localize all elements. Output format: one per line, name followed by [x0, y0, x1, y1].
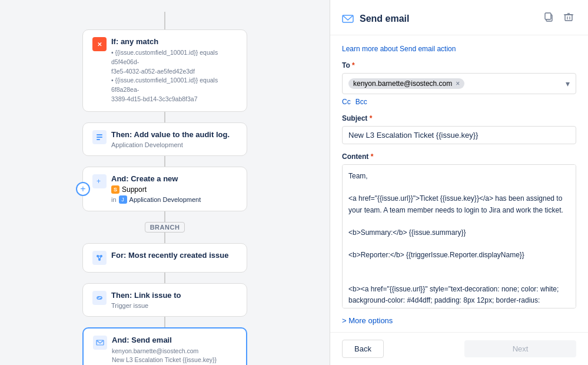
- to-dropdown-icon[interactable]: ▾: [566, 79, 570, 88]
- svg-rect-3: [97, 134, 102, 135]
- create-icon: +: [92, 174, 107, 188]
- audit-node-subtitle: Application Development: [111, 141, 237, 148]
- app-label: Application Development: [129, 196, 201, 203]
- more-options-label: > More options: [342, 316, 393, 325]
- link-icon: [92, 291, 107, 305]
- to-tag: kenyon.barnette@isostech.com ×: [348, 78, 464, 89]
- connector-6: [164, 317, 165, 327]
- delete-button[interactable]: [561, 9, 576, 28]
- in-label: in: [111, 196, 117, 203]
- content-label: Content *: [342, 152, 576, 161]
- if-icon: ✕: [92, 37, 107, 51]
- app-badge: J: [119, 195, 127, 204]
- email-node-title: And: Send email: [112, 336, 237, 344]
- cc-link[interactable]: Cc: [342, 98, 351, 106]
- content-textarea[interactable]: Team, <a href="{{issue.url}}">Ticket {{i…: [342, 164, 576, 308]
- for-node-wrapper: For: Most recently created issue: [24, 243, 306, 283]
- if-node-detail1: • {{issue.customfield_10001.id}} equals …: [111, 48, 237, 76]
- support-badge: S: [111, 185, 119, 194]
- more-options[interactable]: > More options: [342, 310, 576, 327]
- if-node-wrapper: ✕ If: any match • {{issue.customfield_10…: [24, 29, 306, 122]
- back-button[interactable]: Back: [342, 340, 384, 358]
- connector-3: [164, 211, 165, 222]
- connector-4: [164, 233, 165, 243]
- connector-5: [164, 273, 165, 283]
- learn-link[interactable]: Learn more about Send email action: [342, 45, 576, 53]
- subject-label: Subject *: [342, 114, 576, 122]
- to-field[interactable]: kenyon.barnette@isostech.com × ▾: [342, 73, 576, 94]
- to-email-value: kenyon.barnette@isostech.com: [353, 79, 452, 88]
- panel-header: Send email: [330, 0, 588, 35]
- panel-title: Send email: [342, 13, 409, 25]
- bcc-link[interactable]: Bcc: [356, 98, 367, 106]
- for-node[interactable]: For: Most recently created issue: [82, 243, 247, 273]
- panel-footer: Back Next: [330, 332, 588, 365]
- connector-top: [164, 12, 165, 29]
- audit-node-title: Then: Add value to the audit log.: [111, 130, 237, 139]
- branch-label: BRANCH: [145, 222, 185, 233]
- for-icon: [92, 251, 107, 265]
- svg-rect-5: [97, 139, 100, 140]
- to-field-tags: kenyon.barnette@isostech.com ×: [348, 78, 464, 89]
- svg-rect-20: [545, 13, 551, 19]
- email-node-subject: New L3 Escalation Ticket {{issue.key}}: [112, 356, 237, 365]
- copy-button[interactable]: [541, 9, 556, 28]
- panel-body: Learn more about Send email action To * …: [330, 35, 588, 332]
- email-node-wrapper: And: Send email kenyon.barnette@isostech…: [24, 327, 306, 366]
- if-node-title: If: any match: [111, 37, 237, 46]
- panel-title-text: Send email: [360, 14, 409, 24]
- svg-rect-15: [95, 293, 104, 303]
- email-node-icon: [93, 336, 107, 350]
- svg-text:✕: ✕: [97, 41, 102, 48]
- panel-actions: [541, 9, 576, 28]
- connector-2: [164, 156, 165, 167]
- email-node[interactable]: And: Send email kenyon.barnette@isostech…: [82, 327, 247, 366]
- audit-node[interactable]: Then: Add value to the audit log. Applic…: [82, 122, 247, 156]
- email-node-email: kenyon.barnette@isostech.com: [112, 347, 237, 356]
- for-node-title: For: Most recently created issue: [111, 251, 237, 260]
- link-node-title: Then: Link issue to: [111, 291, 237, 300]
- right-panel: Send email Learn more about Send email a…: [330, 0, 588, 365]
- audit-node-wrapper: Then: Add value to the audit log. Applic…: [24, 122, 306, 167]
- add-btn[interactable]: +: [76, 182, 90, 196]
- if-node[interactable]: ✕ If: any match • {{issue.customfield_10…: [82, 29, 247, 112]
- svg-rect-21: [565, 15, 572, 21]
- support-label: Support: [122, 185, 147, 194]
- create-node-info: S Support: [111, 185, 237, 194]
- svg-text:+: +: [97, 177, 101, 185]
- create-node-wrapper: + + And: Create a new S Support in J: [24, 167, 306, 222]
- connector-1: [164, 112, 165, 122]
- if-node-detail2: • {{issue.customfield_10001.id}} equals …: [111, 76, 237, 104]
- to-label: To *: [342, 61, 576, 69]
- link-node-subtitle: Trigger issue: [111, 302, 237, 309]
- next-button[interactable]: Next: [464, 340, 576, 357]
- link-node[interactable]: Then: Link issue to Trigger issue: [82, 283, 247, 317]
- create-node-app: in J Application Development: [111, 195, 237, 204]
- link-node-wrapper: Then: Link issue to Trigger issue: [24, 283, 306, 327]
- create-node[interactable]: + + And: Create a new S Support in J: [82, 167, 247, 211]
- audit-icon: [92, 130, 107, 144]
- cc-bcc-row: Cc Bcc: [342, 98, 576, 106]
- svg-rect-4: [97, 137, 102, 138]
- to-tag-remove[interactable]: ×: [456, 79, 460, 88]
- subject-input[interactable]: [342, 126, 576, 144]
- svg-rect-8: [95, 253, 104, 263]
- send-email-icon: [342, 13, 354, 25]
- create-node-title: And: Create a new: [111, 174, 237, 183]
- flow-panel: ✕ If: any match • {{issue.customfield_10…: [0, 0, 330, 365]
